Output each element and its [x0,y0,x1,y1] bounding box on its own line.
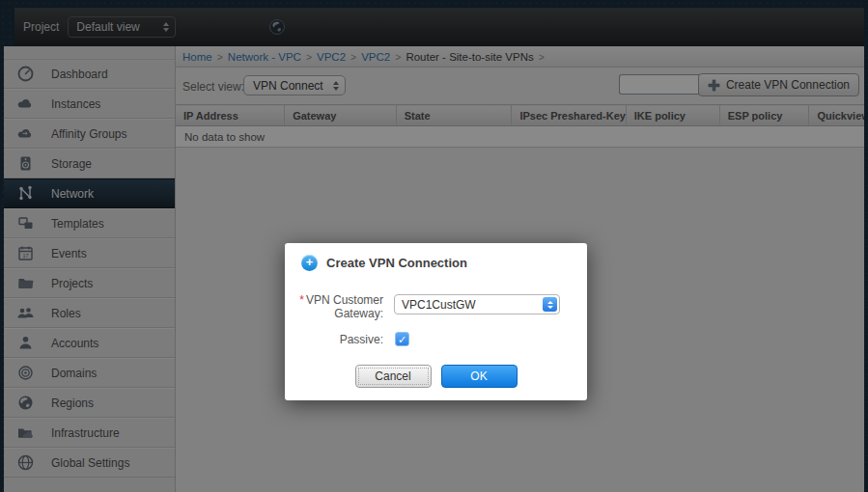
vpn-customer-gateway-label: *VPN Customer Gateway: [294,293,383,320]
dialog-header: + Create VPN Connection [285,243,587,271]
add-circle-icon: + [301,255,318,271]
vpn-customer-gateway-value: VPC1CustGW [402,298,476,312]
dialog-buttons: Cancel OK [285,365,587,388]
vpn-customer-gateway-select[interactable]: VPC1CustGW [394,294,560,314]
required-marker: * [299,293,304,307]
dialog-title: Create VPN Connection [326,256,467,270]
cancel-button[interactable]: Cancel [355,365,432,388]
check-icon: ✓ [398,334,406,345]
chevron-updown-icon [543,297,557,312]
create-vpn-connection-dialog: + Create VPN Connection *VPN Customer Ga… [285,243,587,400]
passive-label: Passive: [294,333,383,346]
ok-button[interactable]: OK [441,365,518,388]
passive-checkbox[interactable]: ✓ [395,332,409,346]
